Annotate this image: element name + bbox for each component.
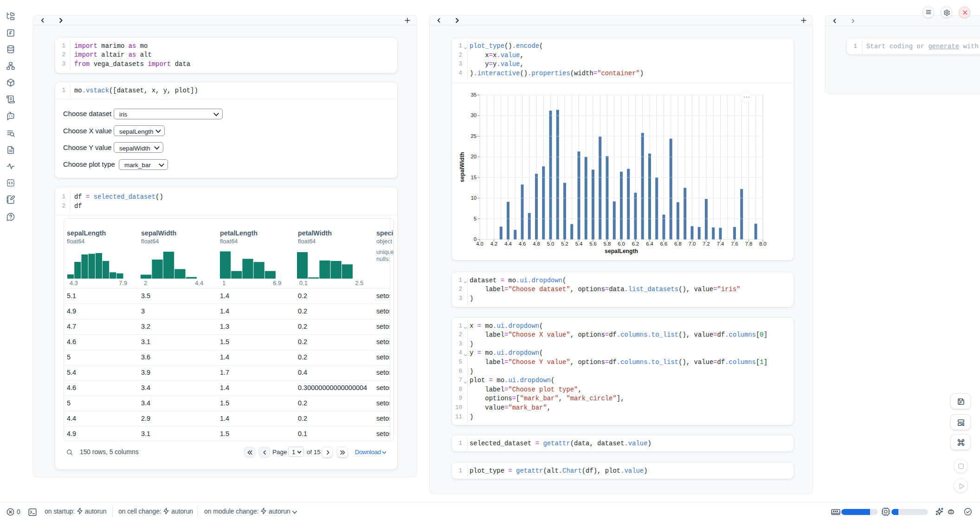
svg-text:35: 35 xyxy=(471,92,477,98)
svg-text:4.8: 4.8 xyxy=(533,241,540,246)
svg-text:5.6: 5.6 xyxy=(589,241,597,246)
svg-text:15: 15 xyxy=(471,174,477,180)
svg-text:sepalLength: sepalLength xyxy=(605,248,638,254)
svg-text:6.2: 6.2 xyxy=(632,241,639,246)
svg-text:5.8: 5.8 xyxy=(604,241,611,246)
svg-text:sepalWidth: sepalWidth xyxy=(459,152,465,182)
svg-text:6.0: 6.0 xyxy=(618,241,625,246)
svg-text:4.6: 4.6 xyxy=(519,241,526,246)
svg-text:7.8: 7.8 xyxy=(745,241,753,246)
svg-text:7.0: 7.0 xyxy=(689,241,696,246)
svg-text:7.2: 7.2 xyxy=(703,241,710,246)
svg-text:5.2: 5.2 xyxy=(561,241,568,246)
svg-text:30: 30 xyxy=(471,112,477,118)
svg-text:4.0: 4.0 xyxy=(476,241,484,246)
svg-text:7.6: 7.6 xyxy=(731,241,738,246)
svg-text:4.2: 4.2 xyxy=(490,241,498,246)
svg-text:5.4: 5.4 xyxy=(575,241,583,246)
svg-text:5: 5 xyxy=(474,215,477,221)
svg-text:6.8: 6.8 xyxy=(674,241,682,246)
svg-text:20: 20 xyxy=(471,154,477,159)
svg-text:6.4: 6.4 xyxy=(646,241,653,246)
svg-text:6.6: 6.6 xyxy=(660,241,668,246)
svg-text:25: 25 xyxy=(471,133,477,138)
svg-text:4.4: 4.4 xyxy=(504,241,512,246)
svg-text:10: 10 xyxy=(471,195,477,201)
svg-text:5.0: 5.0 xyxy=(547,241,554,246)
svg-text:8.0: 8.0 xyxy=(759,241,767,246)
svg-text:7.4: 7.4 xyxy=(717,241,724,246)
